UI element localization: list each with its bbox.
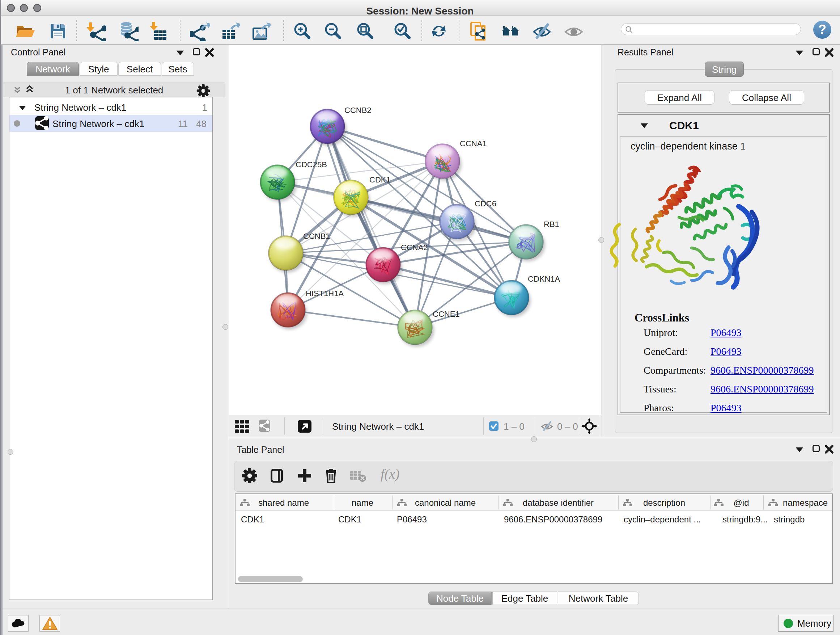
svg-text:CDC6: CDC6	[475, 199, 496, 208]
svg-text:CCNA1: CCNA1	[460, 139, 487, 148]
svg-text:CDC25B: CDC25B	[295, 160, 327, 169]
svg-text:CCNB1: CCNB1	[303, 232, 330, 241]
svg-text:CCNA2: CCNA2	[401, 243, 428, 252]
svg-text:CCNB2: CCNB2	[344, 106, 371, 115]
svg-text:CDKN1A: CDKN1A	[528, 274, 561, 283]
svg-text:RB1: RB1	[544, 220, 559, 229]
svg-text:CCNE1: CCNE1	[433, 310, 460, 318]
svg-text:CDK1: CDK1	[369, 175, 391, 184]
svg-text:?: ?	[818, 22, 826, 37]
svg-text:HIST1H1A: HIST1H1A	[306, 289, 344, 298]
